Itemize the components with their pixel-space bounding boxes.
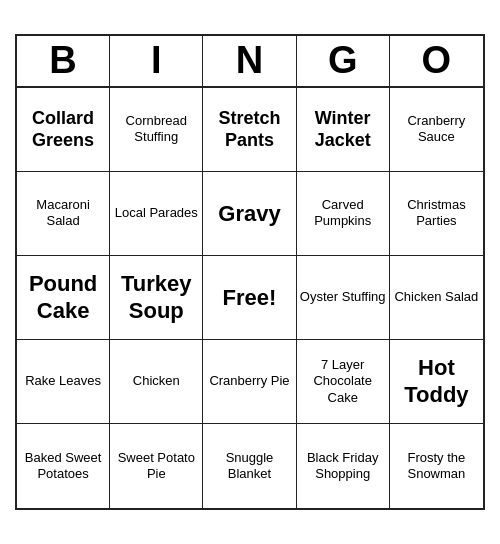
bingo-card: BINGO Collard GreensCornbread StuffingSt… [15,34,485,510]
bingo-cell: Cranberry Sauce [390,88,483,172]
bingo-cell: Carved Pumpkins [297,172,390,256]
header-letter: N [203,36,296,86]
bingo-cell: Collard Greens [17,88,110,172]
bingo-cell: Chicken [110,340,203,424]
bingo-cell: Pound Cake [17,256,110,340]
bingo-cell: Christmas Parties [390,172,483,256]
bingo-cell: Baked Sweet Potatoes [17,424,110,508]
bingo-header: BINGO [17,36,483,88]
header-letter: O [390,36,483,86]
header-letter: G [297,36,390,86]
bingo-cell: Sweet Potato Pie [110,424,203,508]
bingo-cell: Winter Jacket [297,88,390,172]
bingo-cell: Cranberry Pie [203,340,296,424]
bingo-cell: Snuggle Blanket [203,424,296,508]
bingo-cell: Black Friday Shopping [297,424,390,508]
header-letter: B [17,36,110,86]
bingo-cell: Frosty the Snowman [390,424,483,508]
bingo-cell: Free! [203,256,296,340]
bingo-cell: Local Parades [110,172,203,256]
bingo-cell: Chicken Salad [390,256,483,340]
bingo-cell: Gravy [203,172,296,256]
bingo-cell: 7 Layer Chocolate Cake [297,340,390,424]
bingo-cell: Macaroni Salad [17,172,110,256]
header-letter: I [110,36,203,86]
bingo-cell: Hot Toddy [390,340,483,424]
bingo-cell: Oyster Stuffing [297,256,390,340]
bingo-cell: Stretch Pants [203,88,296,172]
bingo-cell: Rake Leaves [17,340,110,424]
bingo-cell: Cornbread Stuffing [110,88,203,172]
bingo-grid: Collard GreensCornbread StuffingStretch … [17,88,483,508]
bingo-cell: Turkey Soup [110,256,203,340]
